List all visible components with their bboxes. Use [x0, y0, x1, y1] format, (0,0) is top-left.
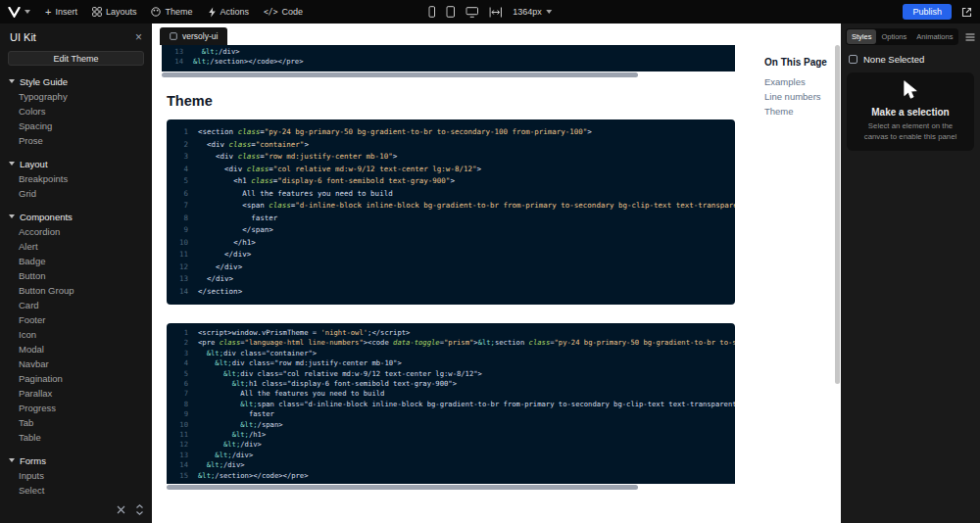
inspector-tab-animations[interactable]: Animations [911, 29, 957, 44]
viewport-width-value: 1364px [513, 7, 542, 17]
chevron-down-icon [9, 458, 15, 462]
code-block: 1<section class="py-24 bg-primary-50 bg-… [167, 119, 735, 305]
section-label: Forms [20, 455, 46, 466]
horizontal-scrollbar[interactable] [162, 71, 735, 79]
section-label: Style Guide [20, 76, 68, 87]
code-block: 1<script>window.vPrismTheme = 'night-owl… [167, 323, 735, 484]
sidebar-item-tab[interactable]: Tab [0, 415, 152, 430]
sidebar-item-modal[interactable]: Modal [0, 342, 152, 357]
cursor-pointer-icon [903, 80, 918, 100]
sidebar-item-colors[interactable]: Colors [0, 104, 152, 119]
grid-icon [92, 7, 102, 17]
sidebar-item-alert[interactable]: Alert [0, 239, 152, 254]
theme-label: Theme [165, 7, 192, 17]
sidebar-item-navbar[interactable]: Navbar [0, 357, 152, 371]
sidebar-item-button[interactable]: Button [0, 268, 152, 283]
sidebar-section-forms[interactable]: Forms [0, 452, 152, 468]
layouts-label: Layouts [106, 7, 137, 17]
inspector-panel: StylesOptionsAnimations None Selected Ma… [841, 24, 980, 523]
close-icon[interactable]: × [135, 31, 142, 43]
chevron-down-icon [546, 10, 552, 14]
empty-state-title: Make a selection [871, 107, 949, 118]
sidebar-item-spacing[interactable]: Spacing [0, 119, 152, 133]
app-logo-icon [8, 7, 21, 18]
chevron-down-icon [24, 10, 30, 14]
lightning-icon [208, 7, 217, 18]
desktop-device-icon[interactable] [466, 7, 478, 18]
vertical-scrollbar[interactable] [835, 45, 840, 384]
chevron-down-icon [9, 214, 15, 218]
sidebar-item-button-group[interactable]: Button Group [0, 283, 152, 298]
sidebar-item-breakpoints[interactable]: Breakpoints [0, 171, 152, 186]
sidebar-section-components[interactable]: Components [0, 209, 152, 224]
tablet-device-icon[interactable] [446, 6, 455, 18]
sidebar-section-style-guide[interactable]: Style Guide [0, 73, 152, 89]
publish-button[interactable]: Publish [903, 4, 952, 20]
page-tab[interactable]: versoly-ui [160, 27, 227, 45]
sidebar-section-layout[interactable]: Layout [0, 156, 152, 171]
sidebar-item-table[interactable]: Table [0, 430, 152, 445]
code-example-theme-prism: 1<script>window.vPrismTheme = 'night-owl… [167, 323, 735, 492]
plus-icon: + [45, 7, 51, 18]
top-toolbar: + Insert Layouts Theme Actions </> Code … [0, 0, 980, 24]
code-example-line-numbers: 13 &lt;/div>14&lt;/section></code></pre> [162, 45, 735, 79]
viewport-width-select[interactable]: 1364px [513, 7, 552, 17]
chevron-down-icon [9, 79, 15, 83]
external-link-icon[interactable] [961, 7, 972, 18]
code-example-theme-source: 1<section class="py-24 bg-primary-50 bg-… [167, 119, 735, 305]
chevron-down-icon [9, 162, 15, 166]
collapse-close-icon[interactable] [117, 505, 125, 514]
sidebar-item-prose[interactable]: Prose [0, 133, 152, 148]
left-sidebar: UI Kit × Edit Theme Style GuideTypograph… [0, 24, 152, 523]
width-resize-icon[interactable] [489, 7, 502, 18]
scrollbar-thumb[interactable] [162, 72, 638, 77]
palette-icon [151, 7, 161, 17]
insert-label: Insert [55, 7, 77, 17]
sidebar-item-typography[interactable]: Typography [0, 89, 152, 104]
sidebar-item-inputs[interactable]: Inputs [0, 468, 152, 483]
actions-button[interactable]: Actions [208, 7, 250, 18]
layouts-button[interactable]: Layouts [92, 7, 137, 17]
theme-button[interactable]: Theme [151, 7, 192, 17]
sidebar-item-icon[interactable]: Icon [0, 327, 152, 342]
sidebar-item-accordion[interactable]: Accordion [0, 224, 152, 239]
menu-icon[interactable] [965, 33, 975, 41]
insert-button[interactable]: + Insert [45, 7, 77, 18]
scrollbar-thumb[interactable] [167, 485, 638, 490]
sidebar-item-badge[interactable]: Badge [0, 254, 152, 268]
actions-label: Actions [220, 7, 250, 17]
sidebar-title: UI Kit [10, 31, 36, 43]
empty-selection-card: Make a selection Select an element on th… [847, 72, 974, 151]
horizontal-scrollbar[interactable] [167, 484, 735, 492]
on-this-page-toc: On This Page ExamplesLine numbersTheme [764, 57, 838, 119]
sidebar-item-parallax[interactable]: Parallax [0, 386, 152, 401]
sidebar-sections: Style GuideTypographyColorsSpacingProseL… [0, 73, 152, 498]
canvas-area[interactable]: versoly-ui 13 &lt;/div>14&lt;/section></… [152, 24, 841, 523]
sidebar-item-footer[interactable]: Footer [0, 312, 152, 327]
section-label: Components [20, 212, 73, 222]
expand-vertical-icon[interactable] [135, 504, 144, 515]
selection-checkbox[interactable] [849, 55, 858, 64]
page-tab-label: versoly-ui [182, 31, 218, 41]
empty-state-subtitle: Select an element on the canvas to enabl… [858, 121, 962, 143]
inspector-tab-options[interactable]: Options [876, 29, 911, 44]
app-logo-menu[interactable] [8, 7, 30, 18]
sidebar-item-select[interactable]: Select [0, 483, 152, 498]
edit-theme-button[interactable]: Edit Theme [8, 51, 144, 66]
sidebar-item-card[interactable]: Card [0, 298, 152, 312]
section-label: Layout [20, 159, 48, 169]
none-selected-label: None Selected [863, 54, 924, 65]
toc-link-theme[interactable]: Theme [764, 104, 838, 119]
toc-link-line-numbers[interactable]: Line numbers [764, 89, 838, 104]
toc-title: On This Page [764, 57, 838, 68]
toc-link-examples[interactable]: Examples [764, 74, 838, 89]
inspector-tabs: StylesOptionsAnimations [846, 28, 958, 45]
page-heading-theme: Theme [167, 93, 213, 109]
sidebar-item-pagination[interactable]: Pagination [0, 371, 152, 386]
sidebar-item-progress[interactable]: Progress [0, 401, 152, 415]
code-button[interactable]: </> Code [264, 7, 303, 17]
code-block: 13 &lt;/div>14&lt;/section></code></pre> [162, 45, 735, 71]
sidebar-item-grid[interactable]: Grid [0, 186, 152, 201]
mobile-device-icon[interactable] [428, 6, 435, 18]
inspector-tab-styles[interactable]: Styles [847, 29, 876, 44]
